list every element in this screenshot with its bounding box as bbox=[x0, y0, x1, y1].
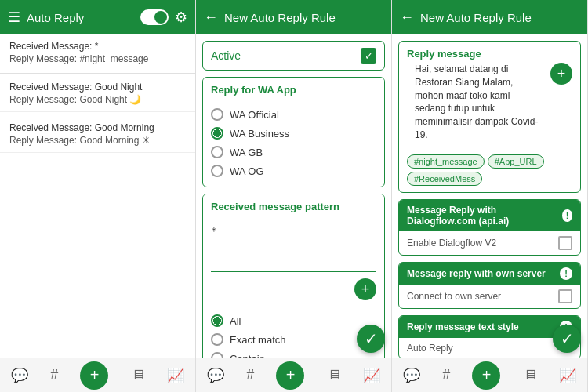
pattern-add-button[interactable]: + bbox=[354, 278, 376, 300]
panel1-title: Auto Reply bbox=[27, 11, 134, 24]
received-label: Received Message: Good Morning bbox=[9, 122, 186, 133]
tags-row: #night_message #App_URL #ReceivedMess bbox=[399, 151, 580, 192]
reply-label: Reply Message: #night_message bbox=[9, 53, 186, 64]
panel2-scroll: Active ✓ Reply for WA App WA Official WA… bbox=[196, 34, 391, 358]
active-label: Active bbox=[211, 49, 241, 62]
list-item[interactable]: Received Message: Good Night Reply Messa… bbox=[0, 75, 195, 112]
wa-og-label: WA OG bbox=[230, 165, 264, 177]
list-item[interactable]: Received Message: * Reply Message: #nigh… bbox=[0, 34, 195, 71]
reply-message-body: Hai, selamat datang di Restoran Siang Ma… bbox=[407, 63, 547, 148]
wa-gb-radio[interactable] bbox=[211, 146, 223, 158]
wa-app-card: Reply for WA App WA Official WA Business… bbox=[202, 77, 385, 187]
panel2-title: New Auto Reply Rule bbox=[224, 11, 383, 24]
wa-og-radio[interactable] bbox=[211, 165, 223, 177]
connect-server-label: Connect to own server bbox=[407, 291, 501, 302]
panel3-title: New Auto Reply Rule bbox=[420, 11, 579, 24]
wa-business-radio[interactable] bbox=[211, 127, 223, 140]
panel-new-rule-right: ← New Auto Reply Rule Reply message Hai,… bbox=[392, 0, 588, 392]
match-exact-option[interactable]: Exact match bbox=[211, 330, 376, 349]
panel3-scroll: Reply message Hai, selamat datang di Res… bbox=[392, 34, 587, 358]
hash-icon[interactable]: # bbox=[50, 367, 58, 383]
reply-message-title: Reply message bbox=[399, 42, 580, 63]
active-row: Active ✓ bbox=[203, 42, 384, 70]
panel-new-rule-middle: ← New Auto Reply Rule Active ✓ Reply for… bbox=[196, 0, 392, 392]
match-exact-label: Exact match bbox=[230, 334, 286, 346]
panel2-fab[interactable]: ✓ bbox=[357, 325, 385, 353]
own-server-card: Message reply with own server ! Connect … bbox=[398, 262, 581, 309]
wa-og-option[interactable]: WA OG bbox=[211, 162, 376, 180]
wa-official-radio[interactable] bbox=[211, 108, 223, 121]
enable-dialogflow-checkbox[interactable] bbox=[558, 236, 572, 250]
wa-gb-option[interactable]: WA GB bbox=[211, 143, 376, 162]
own-server-header: Message reply with own server ! bbox=[399, 263, 580, 285]
chat-icon3[interactable]: 💬 bbox=[403, 367, 420, 384]
wa-official-option[interactable]: WA Official bbox=[211, 105, 376, 124]
hash-icon2[interactable]: # bbox=[246, 367, 254, 383]
match-all-radio[interactable] bbox=[211, 314, 223, 327]
panel1-header: ☰ Auto Reply ⚙ bbox=[0, 0, 195, 34]
tag-app-url: #App_URL bbox=[488, 154, 544, 169]
chart-icon[interactable]: 📈 bbox=[167, 367, 184, 384]
active-checkbox[interactable]: ✓ bbox=[361, 48, 376, 64]
wa-official-label: WA Official bbox=[230, 109, 279, 121]
chart-icon2[interactable]: 📈 bbox=[363, 367, 380, 384]
dialogflow-header: Message Reply with Dialogflow.com (api.a… bbox=[399, 200, 580, 231]
toggle-switch[interactable] bbox=[140, 9, 169, 25]
desktop-icon2[interactable]: 🖥 bbox=[327, 367, 341, 383]
chart-icon3[interactable]: 📈 bbox=[559, 367, 576, 384]
wa-options: WA Official WA Business WA GB WA OG bbox=[203, 102, 384, 187]
match-contain-radio[interactable] bbox=[211, 352, 223, 358]
active-card: Active ✓ bbox=[202, 41, 385, 71]
reply-label: Reply Message: Good Night 🌙 bbox=[9, 94, 186, 105]
own-server-title: Message reply with own server bbox=[407, 268, 546, 279]
received-label: Received Message: Good Night bbox=[9, 82, 186, 93]
add-button[interactable]: + bbox=[80, 361, 108, 390]
match-all-option[interactable]: All bbox=[211, 311, 376, 330]
match-exact-radio[interactable] bbox=[211, 333, 223, 346]
desktop-icon3[interactable]: 🖥 bbox=[523, 367, 537, 383]
connect-server-checkbox[interactable] bbox=[558, 289, 572, 303]
tag-night: #night_message bbox=[407, 154, 485, 169]
wa-business-option[interactable]: WA Business bbox=[211, 124, 376, 143]
chat-icon2[interactable]: 💬 bbox=[207, 367, 224, 384]
chat-icon[interactable]: 💬 bbox=[11, 367, 28, 384]
back-icon[interactable]: ← bbox=[204, 9, 218, 26]
panel-auto-reply: ☰ Auto Reply ⚙ Received Message: * Reply… bbox=[0, 0, 196, 392]
wa-business-label: WA Business bbox=[230, 128, 289, 140]
panel3-header: ← New Auto Reply Rule bbox=[392, 0, 587, 34]
panel2-bottom-bar: 💬 # + 🖥 📈 bbox=[196, 358, 391, 392]
add-button2[interactable]: + bbox=[276, 361, 304, 390]
panel3-fab[interactable]: ✓ bbox=[553, 325, 581, 353]
panel1-bottom-bar: 💬 # + 🖥 📈 bbox=[0, 358, 195, 392]
own-server-body: Connect to own server bbox=[399, 285, 580, 308]
dialogflow-card: Message Reply with Dialogflow.com (api.a… bbox=[398, 199, 581, 256]
reply-label: Reply Message: Good Morning ☀ bbox=[9, 135, 186, 146]
dialogflow-body: Enable Dialogflow V2 bbox=[399, 231, 580, 255]
dialogflow-title: Message Reply with Dialogflow.com (api.a… bbox=[407, 205, 562, 227]
desktop-icon[interactable]: 🖥 bbox=[131, 367, 145, 383]
panel3-bottom-bar: 💬 # + 🖥 📈 bbox=[392, 358, 587, 392]
match-options: All Exact match Contain Start with End w… bbox=[203, 307, 384, 358]
match-contain-option[interactable]: Contain bbox=[211, 349, 376, 358]
list-item[interactable]: Received Message: Good Morning Reply Mes… bbox=[0, 116, 195, 153]
reply-list: Received Message: * Reply Message: #nigh… bbox=[0, 34, 195, 358]
pattern-input[interactable]: * bbox=[211, 225, 376, 272]
back-icon3[interactable]: ← bbox=[400, 9, 414, 26]
wa-app-title: Reply for WA App bbox=[203, 78, 384, 102]
menu-icon[interactable]: ☰ bbox=[8, 9, 20, 26]
text-style-title: Reply message text style bbox=[407, 321, 519, 332]
hash-icon3[interactable]: # bbox=[442, 367, 450, 383]
tag-received: #ReceivedMess bbox=[407, 172, 482, 186]
own-server-info-icon[interactable]: ! bbox=[560, 267, 572, 280]
reply-message-card: Reply message Hai, selamat datang di Res… bbox=[398, 41, 581, 193]
match-all-label: All bbox=[230, 315, 241, 327]
pattern-section: * + bbox=[203, 219, 384, 307]
add-button3[interactable]: + bbox=[472, 361, 500, 390]
pattern-title: Received message pattern bbox=[203, 194, 384, 219]
settings-icon[interactable]: ⚙ bbox=[175, 9, 187, 26]
dialogflow-info-icon[interactable]: ! bbox=[562, 209, 572, 222]
enable-dialogflow-label: Enable Dialogflow V2 bbox=[407, 238, 496, 249]
reply-add-button[interactable]: + bbox=[550, 63, 572, 85]
wa-gb-label: WA GB bbox=[230, 147, 263, 158]
received-label: Received Message: * bbox=[9, 41, 186, 52]
